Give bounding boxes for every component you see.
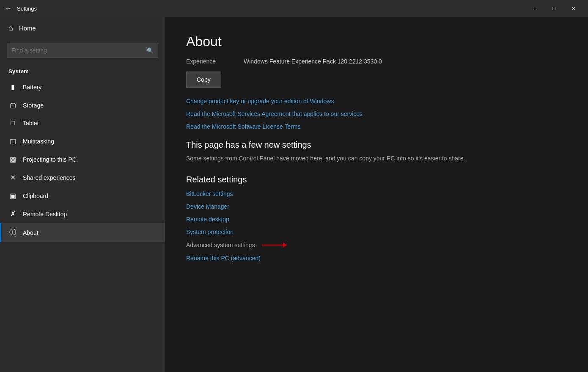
sidebar-label-multitasking: Multitasking bbox=[23, 138, 54, 145]
content-area: About Experience Windows Feature Experie… bbox=[165, 17, 588, 372]
sidebar-label-shared: Shared experiences bbox=[23, 174, 76, 181]
sidebar-label-remote: Remote Desktop bbox=[23, 211, 67, 218]
page-title: About bbox=[186, 34, 567, 50]
sidebar-label-tablet: Tablet bbox=[23, 120, 38, 127]
experience-value: Windows Feature Experience Pack 120.2212… bbox=[244, 58, 382, 65]
new-settings-description: Some settings from Control Panel have mo… bbox=[186, 154, 567, 163]
sidebar-label-about: About bbox=[23, 229, 38, 236]
link-remote-desktop[interactable]: Remote desktop bbox=[186, 216, 567, 223]
app-title: Settings bbox=[17, 6, 525, 12]
related-settings-heading: Related settings bbox=[186, 175, 567, 185]
home-icon: ⌂ bbox=[8, 24, 13, 33]
window-controls: — ☐ ✕ bbox=[525, 2, 583, 15]
clipboard-icon: ▣ bbox=[8, 192, 17, 200]
home-nav-item[interactable]: ⌂ Home bbox=[0, 17, 165, 39]
new-settings-section: This page has a few new settings Some se… bbox=[186, 140, 567, 163]
arrow-icon bbox=[262, 241, 287, 249]
multitasking-icon: ◫ bbox=[8, 137, 17, 145]
sidebar-label-storage: Storage bbox=[23, 102, 44, 109]
battery-icon: ▮ bbox=[8, 83, 17, 91]
link-license-terms[interactable]: Read the Microsoft Software License Term… bbox=[186, 123, 567, 130]
sidebar-item-remote[interactable]: ✗ Remote Desktop bbox=[0, 205, 165, 223]
minimize-button[interactable]: — bbox=[525, 2, 544, 15]
home-label: Home bbox=[19, 25, 36, 32]
projecting-icon: ▩ bbox=[8, 155, 17, 163]
sidebar-label-clipboard: Clipboard bbox=[23, 193, 48, 199]
sidebar-label-battery: Battery bbox=[23, 84, 41, 91]
svg-marker-1 bbox=[283, 242, 287, 248]
link-services-agreement[interactable]: Read the Microsoft Services Agreement th… bbox=[186, 110, 567, 117]
search-input[interactable] bbox=[11, 47, 143, 54]
search-box[interactable]: 🔍 bbox=[7, 43, 158, 58]
sidebar-item-projecting[interactable]: ▩ Projecting to this PC bbox=[0, 150, 165, 168]
remote-icon: ✗ bbox=[8, 210, 17, 218]
sidebar-item-shared[interactable]: ✕ Shared experiences bbox=[0, 168, 165, 187]
sidebar-label-projecting: Projecting to this PC bbox=[23, 156, 77, 163]
back-button[interactable]: ← bbox=[5, 5, 12, 12]
title-bar: ← Settings — ☐ ✕ bbox=[0, 0, 588, 17]
storage-icon: ▢ bbox=[8, 101, 17, 109]
search-icon: 🔍 bbox=[147, 47, 154, 54]
close-button[interactable]: ✕ bbox=[563, 2, 583, 15]
sidebar-item-clipboard[interactable]: ▣ Clipboard bbox=[0, 187, 165, 205]
link-rename-pc[interactable]: Rename this PC (advanced) bbox=[186, 255, 567, 262]
sidebar: ⌂ Home 🔍 System ▮ Battery ▢ Storage □ Ta… bbox=[0, 17, 165, 372]
shared-icon: ✕ bbox=[8, 174, 17, 182]
experience-label: Experience bbox=[186, 58, 237, 65]
advanced-system-row: Advanced system settings bbox=[186, 241, 567, 249]
sidebar-item-about[interactable]: ⓘ About bbox=[0, 223, 165, 242]
copy-button[interactable]: Copy bbox=[186, 72, 221, 88]
link-product-key[interactable]: Change product key or upgrade your editi… bbox=[186, 98, 567, 105]
new-settings-heading: This page has a few new settings bbox=[186, 140, 567, 150]
link-system-protection[interactable]: System protection bbox=[186, 229, 567, 235]
tablet-icon: □ bbox=[8, 119, 17, 127]
link-bitlocker[interactable]: BitLocker settings bbox=[186, 190, 567, 197]
sidebar-item-multitasking[interactable]: ◫ Multitasking bbox=[0, 132, 165, 150]
advanced-system-label: Advanced system settings bbox=[186, 242, 255, 248]
sidebar-item-battery[interactable]: ▮ Battery bbox=[0, 78, 165, 96]
app-body: ⌂ Home 🔍 System ▮ Battery ▢ Storage □ Ta… bbox=[0, 17, 588, 372]
maximize-button[interactable]: ☐ bbox=[544, 2, 563, 15]
about-icon: ⓘ bbox=[8, 228, 17, 237]
sidebar-item-tablet[interactable]: □ Tablet bbox=[0, 114, 165, 132]
sidebar-item-storage[interactable]: ▢ Storage bbox=[0, 96, 165, 114]
link-device-manager[interactable]: Device Manager bbox=[186, 203, 567, 210]
experience-row: Experience Windows Feature Experience Pa… bbox=[186, 58, 567, 65]
sidebar-section-label: System bbox=[0, 65, 165, 78]
